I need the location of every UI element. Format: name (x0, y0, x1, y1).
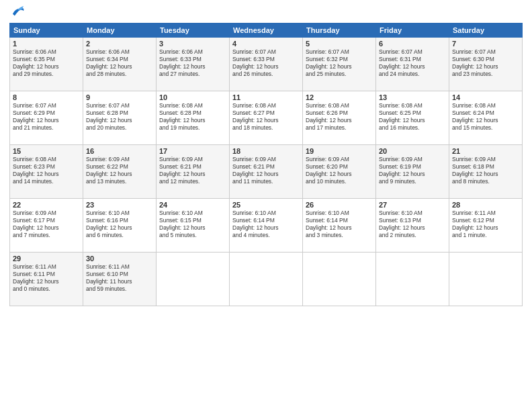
day-number: 19 (306, 147, 373, 155)
day-number: 10 (159, 93, 226, 101)
calendar-cell (230, 253, 303, 306)
day-number: 30 (86, 255, 153, 263)
cell-info: Sunrise: 6:06 AM Sunset: 6:34 PM Dayligh… (86, 48, 153, 78)
logo-bird-icon (11, 4, 26, 19)
calendar-cell: 19Sunrise: 6:09 AM Sunset: 6:20 PM Dayli… (303, 145, 376, 199)
column-header-wednesday: Wednesday (230, 24, 303, 38)
cell-info: Sunrise: 6:08 AM Sunset: 6:27 PM Dayligh… (232, 102, 300, 132)
week-row-4: 22Sunrise: 6:09 AM Sunset: 6:17 PM Dayli… (10, 199, 523, 253)
cell-info: Sunrise: 6:07 AM Sunset: 6:32 PM Dayligh… (306, 48, 373, 78)
cell-info: Sunrise: 6:10 AM Sunset: 6:15 PM Dayligh… (159, 210, 226, 239)
cell-info: Sunrise: 6:10 AM Sunset: 6:16 PM Dayligh… (86, 210, 153, 239)
cell-info: Sunrise: 6:07 AM Sunset: 6:33 PM Dayligh… (232, 48, 300, 78)
calendar-cell: 26Sunrise: 6:10 AM Sunset: 6:14 PM Dayli… (303, 199, 376, 253)
week-row-2: 8Sunrise: 6:07 AM Sunset: 6:29 PM Daylig… (10, 91, 523, 145)
cell-info: Sunrise: 6:10 AM Sunset: 6:13 PM Dayligh… (379, 210, 446, 239)
calendar-cell: 5Sunrise: 6:07 AM Sunset: 6:32 PM Daylig… (303, 38, 376, 91)
calendar-cell: 9Sunrise: 6:07 AM Sunset: 6:28 PM Daylig… (83, 91, 157, 145)
calendar-cell: 20Sunrise: 6:09 AM Sunset: 6:19 PM Dayli… (376, 145, 449, 199)
day-number: 1 (13, 40, 80, 48)
cell-info: Sunrise: 6:07 AM Sunset: 6:31 PM Dayligh… (379, 48, 446, 78)
column-header-friday: Friday (376, 24, 449, 38)
cell-info: Sunrise: 6:09 AM Sunset: 6:20 PM Dayligh… (306, 156, 373, 185)
day-number: 13 (379, 93, 446, 101)
day-number: 9 (86, 93, 153, 101)
day-number: 12 (306, 93, 373, 101)
column-header-saturday: Saturday (449, 24, 523, 38)
cell-info: Sunrise: 6:08 AM Sunset: 6:23 PM Dayligh… (13, 156, 80, 185)
calendar-cell: 23Sunrise: 6:10 AM Sunset: 6:16 PM Dayli… (83, 199, 157, 253)
day-number: 20 (379, 147, 446, 155)
page-container: SundayMondayTuesdayWednesdayThursdayFrid… (0, 0, 532, 411)
day-number: 7 (452, 40, 519, 48)
day-number: 6 (379, 40, 446, 48)
calendar-cell: 24Sunrise: 6:10 AM Sunset: 6:15 PM Dayli… (157, 199, 230, 253)
calendar-cell: 8Sunrise: 6:07 AM Sunset: 6:29 PM Daylig… (10, 91, 83, 145)
cell-info: Sunrise: 6:11 AM Sunset: 6:10 PM Dayligh… (86, 263, 153, 293)
day-number: 25 (232, 201, 300, 209)
day-number: 29 (13, 255, 80, 263)
calendar-cell: 15Sunrise: 6:08 AM Sunset: 6:23 PM Dayli… (10, 145, 83, 199)
column-header-tuesday: Tuesday (157, 24, 230, 38)
day-number: 3 (159, 40, 226, 48)
column-header-sunday: Sunday (10, 24, 83, 38)
calendar-cell: 30Sunrise: 6:11 AM Sunset: 6:10 PM Dayli… (83, 253, 157, 306)
cell-info: Sunrise: 6:08 AM Sunset: 6:26 PM Dayligh… (306, 102, 373, 132)
column-header-thursday: Thursday (303, 24, 376, 38)
calendar-cell: 22Sunrise: 6:09 AM Sunset: 6:17 PM Dayli… (10, 199, 83, 253)
calendar-cell: 28Sunrise: 6:11 AM Sunset: 6:12 PM Dayli… (449, 199, 523, 253)
cell-info: Sunrise: 6:08 AM Sunset: 6:28 PM Dayligh… (159, 102, 226, 132)
calendar-cell: 21Sunrise: 6:09 AM Sunset: 6:18 PM Dayli… (449, 145, 523, 199)
logo (9, 7, 26, 19)
calendar-table: SundayMondayTuesdayWednesdayThursdayFrid… (9, 23, 523, 306)
cell-info: Sunrise: 6:09 AM Sunset: 6:19 PM Dayligh… (379, 156, 446, 185)
day-number: 17 (159, 147, 226, 155)
cell-info: Sunrise: 6:10 AM Sunset: 6:14 PM Dayligh… (306, 210, 373, 239)
cell-info: Sunrise: 6:11 AM Sunset: 6:12 PM Dayligh… (452, 210, 519, 239)
calendar-cell: 25Sunrise: 6:10 AM Sunset: 6:14 PM Dayli… (230, 199, 303, 253)
cell-info: Sunrise: 6:09 AM Sunset: 6:21 PM Dayligh… (232, 156, 300, 185)
calendar-cell: 4Sunrise: 6:07 AM Sunset: 6:33 PM Daylig… (230, 38, 303, 91)
day-number: 26 (306, 201, 373, 209)
calendar-cell (303, 253, 376, 306)
calendar-cell: 6Sunrise: 6:07 AM Sunset: 6:31 PM Daylig… (376, 38, 449, 91)
cell-info: Sunrise: 6:08 AM Sunset: 6:25 PM Dayligh… (379, 102, 446, 132)
cell-info: Sunrise: 6:06 AM Sunset: 6:35 PM Dayligh… (13, 48, 80, 78)
cell-info: Sunrise: 6:11 AM Sunset: 6:11 PM Dayligh… (13, 263, 80, 293)
calendar-cell: 13Sunrise: 6:08 AM Sunset: 6:25 PM Dayli… (376, 91, 449, 145)
day-number: 22 (13, 201, 80, 209)
day-number: 14 (452, 93, 519, 101)
calendar-cell (376, 253, 449, 306)
day-number: 18 (232, 147, 300, 155)
cell-info: Sunrise: 6:06 AM Sunset: 6:33 PM Dayligh… (159, 48, 226, 78)
week-row-3: 15Sunrise: 6:08 AM Sunset: 6:23 PM Dayli… (10, 145, 523, 199)
cell-info: Sunrise: 6:07 AM Sunset: 6:28 PM Dayligh… (86, 102, 153, 132)
day-number: 8 (13, 93, 80, 101)
column-headers-row: SundayMondayTuesdayWednesdayThursdayFrid… (10, 24, 523, 38)
cell-info: Sunrise: 6:09 AM Sunset: 6:21 PM Dayligh… (159, 156, 226, 185)
calendar-cell (449, 253, 523, 306)
week-row-5: 29Sunrise: 6:11 AM Sunset: 6:11 PM Dayli… (10, 253, 523, 306)
day-number: 27 (379, 201, 446, 209)
calendar-body: 1Sunrise: 6:06 AM Sunset: 6:35 PM Daylig… (10, 38, 523, 306)
column-header-monday: Monday (83, 24, 157, 38)
calendar-cell: 27Sunrise: 6:10 AM Sunset: 6:13 PM Dayli… (376, 199, 449, 253)
calendar-cell: 1Sunrise: 6:06 AM Sunset: 6:35 PM Daylig… (10, 38, 83, 91)
cell-info: Sunrise: 6:07 AM Sunset: 6:30 PM Dayligh… (452, 48, 519, 78)
day-number: 16 (86, 147, 153, 155)
day-number: 21 (452, 147, 519, 155)
calendar-cell: 3Sunrise: 6:06 AM Sunset: 6:33 PM Daylig… (157, 38, 230, 91)
calendar-cell: 29Sunrise: 6:11 AM Sunset: 6:11 PM Dayli… (10, 253, 83, 306)
calendar-cell: 17Sunrise: 6:09 AM Sunset: 6:21 PM Dayli… (157, 145, 230, 199)
calendar-cell: 12Sunrise: 6:08 AM Sunset: 6:26 PM Dayli… (303, 91, 376, 145)
cell-info: Sunrise: 6:09 AM Sunset: 6:17 PM Dayligh… (13, 210, 80, 239)
calendar-cell: 16Sunrise: 6:09 AM Sunset: 6:22 PM Dayli… (83, 145, 157, 199)
cell-info: Sunrise: 6:09 AM Sunset: 6:18 PM Dayligh… (452, 156, 519, 185)
cell-info: Sunrise: 6:10 AM Sunset: 6:14 PM Dayligh… (232, 210, 300, 239)
calendar-cell: 14Sunrise: 6:08 AM Sunset: 6:24 PM Dayli… (449, 91, 523, 145)
calendar-cell: 18Sunrise: 6:09 AM Sunset: 6:21 PM Dayli… (230, 145, 303, 199)
day-number: 28 (452, 201, 519, 209)
day-number: 5 (306, 40, 373, 48)
day-number: 4 (232, 40, 300, 48)
day-number: 2 (86, 40, 153, 48)
